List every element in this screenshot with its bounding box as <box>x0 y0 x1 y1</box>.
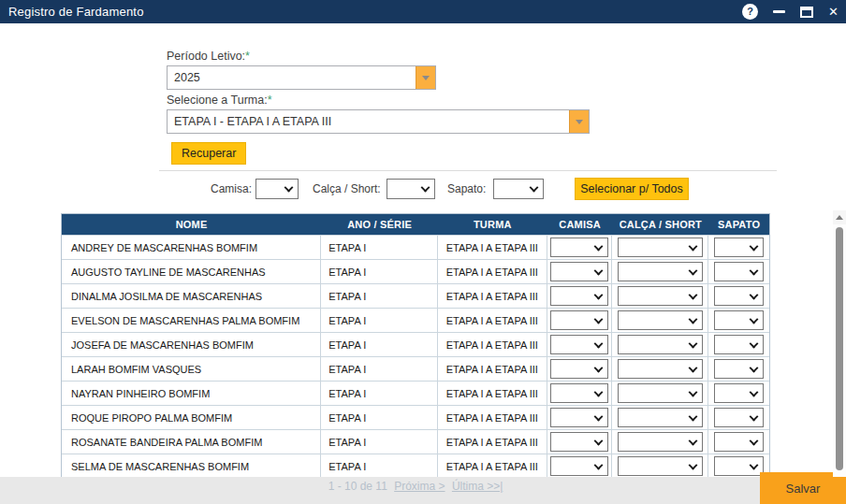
cell-turma: ETAPA I A ETAPA III <box>438 236 547 259</box>
row-sapato-select[interactable] <box>714 408 764 427</box>
pagination-next-link[interactable]: Próxima > <box>394 480 445 493</box>
cell-ano-serie: ETAPA I <box>321 430 438 454</box>
cell-row-calca-select <box>612 309 708 332</box>
table-row: SELMA DE MASCARENHAS BOMFIMETAPA IETAPA … <box>62 454 769 478</box>
maximize-icon[interactable] <box>800 7 813 18</box>
cell-nome: LARAH BOMFIM VASQUES <box>62 357 321 381</box>
row-camisa-select[interactable] <box>550 310 608 330</box>
row-sapato-select[interactable] <box>714 286 764 306</box>
row-calca-select[interactable] <box>618 262 703 281</box>
required-asterisk: * <box>245 50 250 63</box>
minimize-icon[interactable] <box>773 10 785 13</box>
cell-row-camisa-select <box>547 382 613 405</box>
cell-turma: ETAPA I A ETAPA III <box>438 284 547 308</box>
cell-ano-serie: ETAPA I <box>321 333 438 356</box>
cell-row-calca-select <box>612 333 708 356</box>
pagination-last-link[interactable]: Última >>| <box>452 480 503 493</box>
row-calca-select[interactable] <box>618 408 703 427</box>
row-sapato-select-wrap <box>714 432 764 452</box>
table-row: LARAH BOMFIM VASQUESETAPA IETAPA I A ETA… <box>62 356 769 381</box>
help-icon[interactable]: ? <box>742 4 758 20</box>
row-camisa-select-wrap <box>550 456 608 476</box>
periodo-letivo-label: Período Letivo:* <box>167 50 250 63</box>
row-sapato-select[interactable] <box>714 262 764 281</box>
cell-row-camisa-select <box>547 309 613 332</box>
cell-row-sapato-select <box>708 284 769 308</box>
row-camisa-select[interactable] <box>550 335 608 354</box>
row-calca-select-wrap <box>618 286 703 306</box>
row-calca-select-wrap <box>618 359 703 379</box>
dialog-registro-fardamento: Registro de Fardamento ? ✕ Período Letiv… <box>0 0 846 504</box>
window-title: Registro de Fardamento <box>0 5 144 19</box>
dropdown-arrow-icon[interactable] <box>416 66 435 89</box>
row-sapato-select-wrap <box>714 359 764 379</box>
dropdown-arrow-icon[interactable] <box>569 110 589 133</box>
row-sapato-select-wrap <box>714 262 764 281</box>
row-sapato-select[interactable] <box>714 310 764 330</box>
row-calca-select[interactable] <box>618 286 703 306</box>
row-camisa-select[interactable] <box>550 238 608 257</box>
filter-sapato-select[interactable] <box>493 179 544 199</box>
row-sapato-select[interactable] <box>714 335 764 354</box>
cell-row-camisa-select <box>547 284 613 308</box>
row-calca-select[interactable] <box>618 238 703 257</box>
periodo-letivo-select[interactable]: 2025 <box>167 65 436 90</box>
col-nome: NOME <box>62 214 321 235</box>
pagination-range: 1 - 10 de 11 <box>328 480 387 493</box>
recuperar-button[interactable]: Recuperar <box>171 142 246 165</box>
row-camisa-select-wrap <box>550 408 608 427</box>
row-calca-select-wrap <box>618 335 703 354</box>
cell-nome: EVELSON DE MASCARENHAS PALMA BOMFIM <box>62 309 321 332</box>
row-camisa-select[interactable] <box>550 408 608 427</box>
cell-turma: ETAPA I A ETAPA III <box>438 309 547 332</box>
row-calca-select[interactable] <box>618 432 703 452</box>
row-calca-select[interactable] <box>618 310 703 330</box>
row-sapato-select-wrap <box>714 335 764 354</box>
row-camisa-select[interactable] <box>550 262 608 281</box>
filter-camisa-label: Camisa: <box>211 182 252 195</box>
table-row: EVELSON DE MASCARENHAS PALMA BOMFIMETAPA… <box>62 308 769 332</box>
cell-row-camisa-select <box>547 357 613 381</box>
row-camisa-select[interactable] <box>550 286 608 306</box>
row-sapato-select[interactable] <box>714 432 764 452</box>
cell-nome: AUGUSTO TAYLINE DE MASCARENHAS <box>62 260 321 283</box>
row-calca-select-wrap <box>618 262 703 281</box>
row-sapato-select[interactable] <box>714 238 764 257</box>
close-icon[interactable]: ✕ <box>828 5 839 19</box>
row-calca-select[interactable] <box>618 456 703 476</box>
cell-row-sapato-select <box>708 406 769 429</box>
cell-row-camisa-select <box>547 406 613 429</box>
cell-row-calca-select <box>612 454 708 478</box>
row-sapato-select[interactable] <box>714 359 764 379</box>
row-calca-select[interactable] <box>618 383 703 403</box>
row-camisa-select[interactable] <box>550 359 608 379</box>
cell-ano-serie: ETAPA I <box>321 260 438 283</box>
filter-calca-select[interactable] <box>387 179 435 199</box>
cell-row-calca-select <box>612 406 708 429</box>
row-sapato-select-wrap <box>714 286 764 306</box>
col-camisa: CAMISA <box>547 214 613 235</box>
select-all-button[interactable]: Selecionar p/ Todos <box>575 178 689 200</box>
row-camisa-select-wrap <box>550 238 608 257</box>
turma-select[interactable]: ETAPA I - ETAPA I A ETAPA III <box>167 109 590 134</box>
row-camisa-select[interactable] <box>550 432 608 452</box>
scrollbar-thumb[interactable] <box>836 227 843 470</box>
cell-ano-serie: ETAPA I <box>321 284 438 308</box>
table-row: ANDREY DE MASCARENHAS BOMFIMETAPA IETAPA… <box>62 235 769 259</box>
row-camisa-select[interactable] <box>550 383 608 403</box>
scroll-up-icon[interactable] <box>833 210 846 224</box>
row-calca-select-wrap <box>618 310 703 330</box>
row-camisa-select-wrap <box>550 335 608 354</box>
col-sapato: SAPATO <box>708 214 769 235</box>
filter-camisa-select[interactable] <box>255 179 299 199</box>
save-button[interactable]: Salvar <box>760 472 846 504</box>
vertical-scrollbar[interactable] <box>833 210 846 477</box>
row-camisa-select[interactable] <box>550 456 608 476</box>
row-sapato-select-wrap <box>714 310 764 330</box>
cell-ano-serie: ETAPA I <box>321 406 438 429</box>
pagination: 1 - 10 de 11 Próxima > Última >>| <box>61 480 770 493</box>
row-sapato-select[interactable] <box>714 456 764 476</box>
row-calca-select[interactable] <box>618 359 703 379</box>
row-sapato-select[interactable] <box>714 383 764 403</box>
row-calca-select[interactable] <box>618 335 703 354</box>
